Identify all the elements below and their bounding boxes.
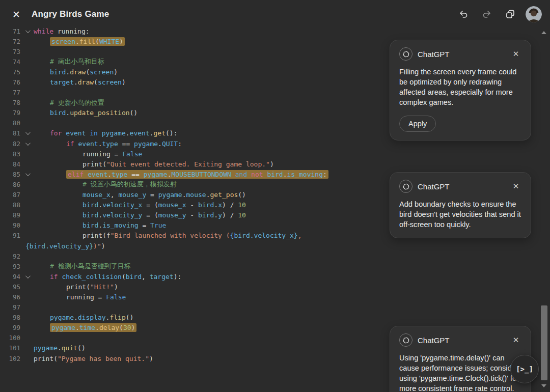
code-line[interactable]: 71 while running: (0, 26, 387, 36)
code-editor[interactable]: 71 while running: 72 screen.fill(WHITE) … (0, 26, 387, 363)
code-token: time (79, 324, 95, 331)
card-message: Filling the screen every frame could be … (399, 67, 521, 107)
code-token: pygame (158, 191, 182, 199)
code-line[interactable]: 84 print("Quit event detected. Exiting g… (0, 159, 387, 169)
code-text: if event.type == pygame.QUIT: (66, 140, 182, 148)
code-text: print("Hit!") (66, 283, 118, 291)
code-line[interactable]: 90 bird.is_moving = True (0, 220, 387, 231)
code-token: bird (82, 201, 98, 209)
card-close-icon[interactable]: ✕ (510, 48, 521, 60)
line-number: 81 (0, 129, 20, 137)
code-line[interactable]: 97 (0, 302, 387, 313)
code-token: . (58, 344, 62, 352)
code-token: mouse_x (158, 201, 186, 209)
code-line[interactable]: 102 print("Pygame has been quit.") (0, 353, 387, 363)
code-token: "Hit!" (90, 283, 114, 291)
code-token: {bird.velocity_y} (25, 242, 93, 250)
code-line[interactable]: 93 # 检测小鸟是否碰到了目标 (0, 261, 387, 271)
code-token: "Pygame has been quit." (58, 355, 149, 362)
code-line[interactable]: 85 elif event.type == pygame.MOUSEBUTTON… (0, 169, 387, 179)
scrollbar-down-arrow[interactable] (541, 384, 546, 387)
code-token: target (150, 273, 174, 281)
code-line[interactable]: 81 for event in pygame.event.get(): (0, 128, 387, 138)
code-token: elif (68, 171, 84, 178)
code-token: pygame (134, 140, 158, 148)
code-line[interactable]: 86 # 设置小鸟的初速度，模拟发射 (0, 179, 387, 189)
code-line[interactable]: 75 bird.draw(screen) (0, 67, 387, 77)
scrollbar-up-arrow[interactable] (541, 31, 546, 34)
code-text: bird.update_position() (50, 109, 138, 117)
line-number: 73 (0, 48, 20, 55)
code-token: ) / (222, 201, 238, 209)
code-line[interactable]: 88 bird.velocity_x = (mouse_x - bird.x) … (0, 200, 387, 210)
copy-icon[interactable] (502, 6, 518, 22)
code-token: ) (270, 160, 274, 168)
code-line[interactable]: 87 mouse_x, mouse_y = pygame.mouse.get_p… (0, 190, 387, 200)
chatgpt-logo-icon (399, 333, 413, 347)
code-token: , (142, 273, 150, 281)
code-line[interactable]: 73 (0, 46, 387, 57)
code-line[interactable]: 92 (0, 251, 387, 261)
code-line[interactable]: 76 target.draw(screen) (0, 77, 387, 87)
redo-icon[interactable] (479, 6, 495, 22)
code-token: bird (198, 211, 214, 219)
code-token: () (238, 191, 246, 199)
code-line[interactable]: 100 (0, 333, 387, 343)
code-token: . (206, 191, 210, 199)
code-token: # 更新小鸟的位置 (50, 99, 104, 106)
code-line[interactable]: 95 print("Hit!") (0, 282, 387, 292)
code-line[interactable]: 89 bird.velocity_y = (mouse_y - bird.y) … (0, 210, 387, 220)
code-token: True (150, 221, 166, 229)
line-number: 97 (0, 303, 20, 311)
code-line[interactable]: 99 pygame.time.delay(30) (0, 323, 387, 333)
chevron-down-icon[interactable] (20, 131, 34, 135)
code-line[interactable]: 72 screen.fill(WHITE) (0, 36, 387, 46)
close-icon[interactable]: ✕ (8, 6, 24, 22)
code-token: in (86, 129, 97, 137)
code-token: == (127, 171, 143, 178)
code-token: pygame (51, 324, 75, 331)
code-line-continuation[interactable]: {bird.velocity_y})") (0, 241, 387, 251)
code-token: . (66, 68, 70, 76)
code-line[interactable]: 82 if event.type == pygame.QUIT: (0, 138, 387, 149)
chevron-down-icon[interactable] (20, 275, 34, 278)
console-button[interactable]: [>_] (510, 355, 539, 383)
undo-icon[interactable] (455, 6, 472, 22)
line-number: 102 (0, 355, 20, 362)
code-text: mouse_x, mouse_y = pygame.mouse.get_pos(… (82, 191, 246, 199)
scrollbar-thumb[interactable] (541, 305, 547, 380)
code-line[interactable]: 78 # 更新小鸟的位置 (0, 98, 387, 108)
card-close-icon[interactable]: ✕ (510, 181, 521, 192)
line-number: 75 (0, 68, 20, 76)
code-line[interactable]: 94 if check_collision(bird, target): (0, 271, 387, 282)
code-line[interactable]: 101 pygame.quit() (0, 343, 387, 353)
code-token: = (139, 221, 150, 229)
code-token: mouse (186, 191, 206, 199)
chevron-down-icon[interactable] (20, 142, 34, 146)
code-line[interactable]: 79 bird.update_position() (0, 108, 387, 118)
code-text: bird.velocity_x = (mouse_x - bird.x) / 1… (82, 201, 246, 209)
apply-button[interactable]: Apply (399, 116, 436, 132)
code-line[interactable]: 77 (0, 88, 387, 98)
code-line[interactable]: 74 # 画出小鸟和目标 (0, 57, 387, 67)
code-token: screen (90, 68, 114, 76)
code-line[interactable]: 83 running = False (0, 149, 387, 159)
line-number: 92 (0, 253, 20, 260)
code-token: running = (82, 150, 122, 158)
user-avatar[interactable] (526, 6, 542, 22)
code-text: running = False (66, 293, 126, 301)
chevron-down-icon[interactable] (20, 173, 34, 176)
code-token: "Bird launched with velocity ( (111, 232, 230, 239)
code-token: screen (98, 78, 122, 86)
code-line[interactable]: 91 print(f"Bird launched with velocity (… (0, 231, 387, 241)
chevron-down-icon[interactable] (20, 30, 34, 33)
code-token: update_position (70, 109, 129, 117)
code-token: ( (94, 78, 98, 86)
code-token: print (66, 283, 86, 291)
code-text: # 更新小鸟的位置 (50, 98, 104, 107)
card-close-icon[interactable]: ✕ (510, 334, 521, 346)
code-token: , (298, 232, 302, 239)
code-line[interactable]: 80 (0, 118, 387, 128)
code-line[interactable]: 98 pygame.display.flip() (0, 313, 387, 323)
code-line[interactable]: 96 running = False (0, 292, 387, 302)
